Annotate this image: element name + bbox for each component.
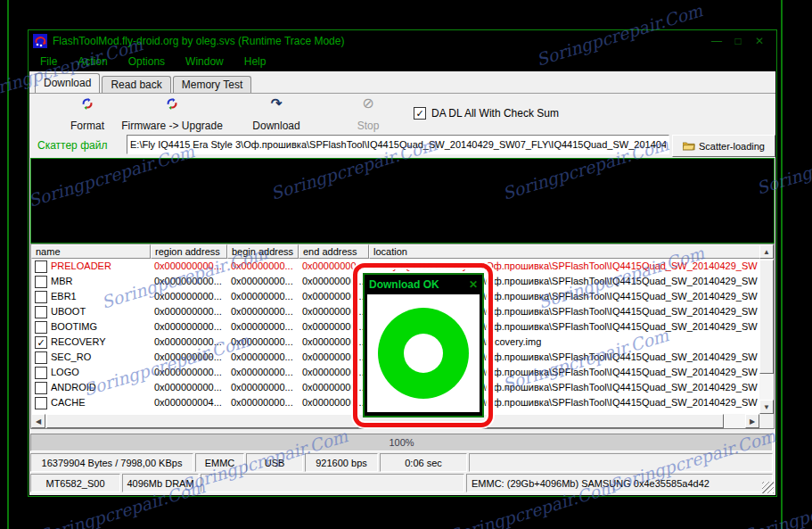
begin-address: 0x00000000... (227, 335, 299, 350)
partition-name: EBR1 (51, 289, 151, 304)
status-cell: USB (246, 453, 303, 472)
menu-item-action[interactable]: Action (78, 55, 107, 68)
stop-icon: ⊘ (362, 96, 373, 111)
partition-name: LOGO (51, 365, 151, 380)
column-header-region-address[interactable]: region address (151, 244, 227, 259)
download-button[interactable]: ↷ Download (227, 96, 325, 132)
partition-table-header: nameregion addressbegin addressend addre… (31, 244, 774, 259)
stop-button[interactable]: ⊘ Stop (319, 96, 417, 132)
folder-icon (683, 141, 695, 151)
region-address: 0x000000000... (151, 365, 227, 380)
scatter-path-input[interactable] (127, 135, 669, 154)
status-cell: 921600 bps (305, 453, 378, 472)
status-cell: EMMC (195, 453, 244, 472)
firmware-upgrade-icon (166, 96, 178, 111)
checksum-checkbox[interactable]: ✓ (414, 107, 426, 120)
row-checkbox-RECOVERY[interactable]: ✓ (35, 336, 47, 349)
menu-bar: FileActionOptionsWindowHelp (29, 51, 776, 71)
scroll-up-icon[interactable]: ▲ (759, 244, 774, 259)
partition-name: CACHE (51, 395, 151, 410)
scatter-loading-button[interactable]: Scatter-loading (672, 135, 775, 157)
popup-title-bar: Download OK ✕ (365, 275, 482, 294)
begin-address: 0x00000000... (227, 350, 299, 365)
row-checkbox-LOGO[interactable] (35, 367, 47, 379)
partition-name: BOOTIMG (51, 319, 151, 335)
firmware-upgrade-button[interactable]: Firmware -> Upgrade (105, 96, 239, 132)
minimize-icon[interactable]: — (710, 35, 723, 47)
column-header-location[interactable]: location (369, 244, 774, 259)
region-address: 0x000000000... (151, 304, 227, 319)
scroll-down-icon[interactable]: ▼ (759, 400, 774, 414)
tab-download[interactable]: Download (35, 73, 100, 93)
begin-address: 0x00000000... (227, 365, 299, 380)
popup-body (367, 294, 480, 412)
checksum-option[interactable]: ✓ DA DL All With Check Sum (414, 107, 559, 120)
status-bar-2: MT6582_S004096Mb DRAMEMMC: (29Gb+4096Mb)… (30, 474, 773, 492)
title-bar: FlashToolMod.fly-droid.org by oleg.svs (… (29, 30, 776, 51)
menu-item-help[interactable]: Help (244, 55, 267, 68)
format-icon (81, 96, 94, 111)
partition-name: RECOVERY (51, 335, 151, 350)
scatter-loading-label: Scatter-loading (699, 141, 765, 152)
partition-name: PRELOADER (51, 259, 151, 274)
status-cell: 0:06 sec (380, 453, 467, 472)
partition-name: MBR (51, 274, 151, 289)
status-cell: 16379904 Bytes / 7998,00 KBps (30, 453, 193, 472)
partition-name: UBOOT (51, 304, 151, 319)
status-cell (469, 453, 773, 472)
format-label: Format (70, 120, 104, 132)
app-icon (33, 34, 47, 48)
column-header-begin-address[interactable]: begin address (227, 244, 299, 259)
status-cell: EMMC: (29Gb+4096Mb) SAMSUNG 0x4e35585a4d… (466, 474, 773, 492)
row-checkbox-BOOTIMG[interactable] (35, 321, 47, 334)
tab-strip: DownloadRead backMemory Test (35, 74, 770, 93)
close-icon[interactable]: ✕ (753, 35, 766, 47)
begin-address: 0x00000000... (227, 319, 299, 335)
region-address: 0x000000000... (151, 335, 227, 350)
scroll-right-icon[interactable]: ▶ (745, 414, 759, 428)
row-checkbox-ANDROID[interactable] (35, 382, 47, 394)
row-checkbox-CACHE[interactable] (35, 397, 47, 409)
success-ring-icon (378, 308, 469, 399)
menu-item-options[interactable]: Options (128, 55, 165, 68)
popup-close-icon[interactable]: ✕ (469, 278, 478, 291)
firmware-upgrade-label: Firmware -> Upgrade (121, 120, 223, 132)
row-checkbox-EBR1[interactable] (35, 291, 47, 303)
region-address: 0x000000000... (151, 274, 227, 289)
region-address: 0x000000000... (151, 319, 227, 335)
vertical-scroll-thumb[interactable] (759, 260, 774, 374)
column-header-name[interactable]: name (31, 244, 151, 259)
checksum-label: DA DL All With Check Sum (431, 107, 559, 120)
begin-address: 0x00000000... (227, 289, 299, 304)
tab-underline (29, 93, 775, 94)
row-checkbox-SEC_RO[interactable] (35, 351, 47, 364)
row-checkbox-PRELOADER[interactable] (35, 260, 47, 273)
region-address: 0x000000000... (151, 380, 227, 395)
column-header-end-address[interactable]: end address (299, 244, 369, 259)
scatter-file-label: Скаттер файл (37, 139, 107, 152)
popup-title-text: Download OK (369, 278, 439, 291)
scroll-left-icon[interactable]: ◀ (31, 414, 45, 428)
progress-value: 100% (389, 437, 414, 448)
partition-name: SEC_RO (51, 350, 151, 365)
decor-green-line-right (781, 0, 783, 529)
status-bar-1: 16379904 Bytes / 7998,00 KBpsEMMCUSB9216… (30, 453, 773, 472)
resize-grip[interactable] (762, 482, 774, 493)
tab-memory-test[interactable]: Memory Test (173, 76, 251, 93)
row-checkbox-MBR[interactable] (35, 276, 47, 288)
begin-address: 0x00000000... (227, 259, 299, 274)
screenshot-root: Soringpcrepair.ComSoringpcrepair.ComSori… (0, 0, 812, 529)
menu-item-window[interactable]: Window (185, 55, 224, 68)
begin-address: 0x00000000... (227, 304, 299, 319)
maximize-icon[interactable]: □ (732, 35, 744, 47)
tab-read-back[interactable]: Read back (102, 76, 170, 93)
log-box (30, 158, 775, 244)
menu-item-file[interactable]: File (40, 55, 57, 68)
row-checkbox-UBOOT[interactable] (35, 306, 47, 318)
progress-bar: 100% (30, 434, 773, 451)
partition-name: ANDROID (51, 380, 151, 395)
status-cell (201, 474, 464, 492)
vertical-scrollbar[interactable]: ▲ ▼ (759, 244, 774, 414)
region-address: 0x000000000... (151, 289, 227, 304)
begin-address: 0x00000000... (227, 380, 299, 395)
